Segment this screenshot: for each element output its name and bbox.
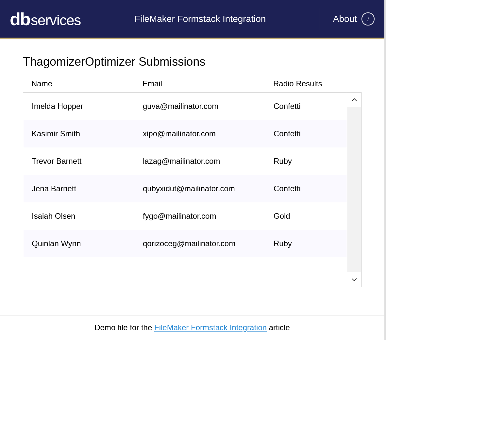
footer: Demo file for the FileMaker Formstack In… [0, 316, 384, 340]
cell-email: qorizoceg@mailinator.com [143, 239, 274, 248]
table-row[interactable]: Quinlan Wynnqorizoceg@mailinator.comRuby [23, 230, 347, 257]
chevron-down-icon [351, 278, 357, 282]
table-row[interactable]: Isaiah Olsenfygo@mailinator.comGold [23, 202, 347, 230]
cell-radio: Gold [274, 212, 347, 221]
scroll-up-button[interactable] [347, 93, 361, 107]
col-header-name: Name [31, 79, 143, 88]
cell-radio: Ruby [274, 239, 347, 248]
logo-bold: db [10, 10, 30, 28]
cell-radio: Confetti [274, 102, 347, 111]
cell-radio: Confetti [274, 184, 347, 193]
logo-rest: services [31, 13, 81, 27]
cell-radio: Ruby [274, 157, 347, 166]
about-button[interactable]: About i [320, 8, 375, 30]
table-row[interactable]: Jena Barnettqubyxidut@mailinator.comConf… [23, 175, 347, 202]
table-body: Imelda Hopperguva@mailinator.comConfetti… [23, 93, 347, 287]
header-title: FileMaker Formstack Integration [81, 14, 319, 24]
footer-link[interactable]: FileMaker Formstack Integration [154, 323, 267, 332]
about-label: About [333, 14, 357, 24]
table-row[interactable]: Trevor Barnettlazag@mailinator.comRuby [23, 147, 347, 175]
table-frame: Imelda Hopperguva@mailinator.comConfetti… [23, 92, 361, 287]
vertical-scrollbar [347, 93, 361, 287]
table-row[interactable]: Imelda Hopperguva@mailinator.comConfetti [23, 93, 347, 120]
table-row[interactable]: Kasimir Smithxipo@mailinator.comConfetti [23, 120, 347, 147]
logo: db services [10, 10, 81, 28]
table-header: Name Email Radio Results [23, 79, 361, 92]
cell-name: Jena Barnett [32, 184, 143, 193]
col-header-radio: Radio Results [273, 79, 361, 88]
cell-email: xipo@mailinator.com [143, 129, 274, 138]
cell-email: fygo@mailinator.com [143, 212, 274, 221]
page-title: ThagomizerOptimizer Submissions [23, 55, 361, 69]
col-header-email: Email [143, 79, 273, 88]
header-bar: db services FileMaker Formstack Integrat… [0, 0, 384, 39]
cell-radio: Confetti [274, 129, 347, 138]
cell-name: Imelda Hopper [32, 102, 143, 111]
cell-name: Trevor Barnett [32, 157, 143, 166]
scroll-down-button[interactable] [347, 272, 361, 287]
app-window: db services FileMaker Formstack Integrat… [0, 0, 386, 340]
cell-name: Kasimir Smith [32, 129, 143, 138]
footer-suffix: article [267, 323, 290, 332]
chevron-up-icon [351, 98, 357, 102]
info-icon: i [361, 12, 375, 26]
cell-name: Isaiah Olsen [32, 212, 143, 221]
cell-name: Quinlan Wynn [32, 239, 143, 248]
cell-email: lazag@mailinator.com [143, 157, 274, 166]
scroll-track[interactable] [347, 107, 361, 272]
cell-email: qubyxidut@mailinator.com [143, 184, 274, 193]
content-area: ThagomizerOptimizer Submissions Name Ema… [0, 39, 384, 294]
cell-email: guva@mailinator.com [143, 102, 274, 111]
footer-prefix: Demo file for the [94, 323, 154, 332]
